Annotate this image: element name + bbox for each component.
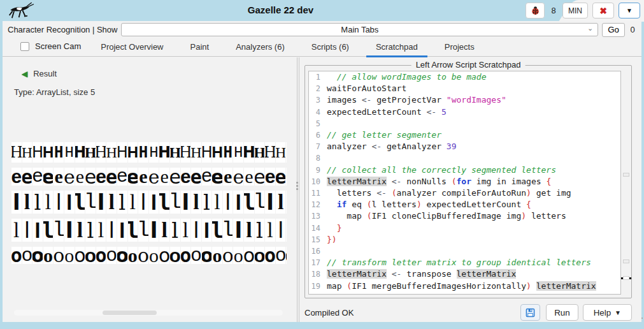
letter-image: H (64, 142, 75, 163)
save-button[interactable] (520, 304, 540, 321)
code-editor[interactable]: 1 // allow wordImages to be made2waitFor… (308, 71, 621, 295)
letter-image: o (43, 247, 54, 264)
line-number: 3 (309, 94, 324, 106)
letter-image: o (202, 247, 212, 264)
tab-scratchpad[interactable]: Scratchpad (362, 38, 431, 57)
letter-image: l (11, 219, 22, 242)
letter-image: o (32, 247, 43, 264)
letter-image: H (43, 142, 54, 163)
letter-image: H (191, 142, 201, 163)
letter-image: o (54, 247, 64, 264)
result-label: Result (33, 69, 57, 78)
main-split: ◀ Result Type: ArrayList, size 5 HHHHHHH… (3, 57, 641, 322)
run-button[interactable]: Run (546, 304, 578, 321)
minimize-button[interactable]: MIN (562, 3, 588, 18)
letter-image: H (75, 142, 85, 163)
chevron-down-icon: ⌄ (587, 24, 593, 33)
letter-image: H (159, 142, 169, 163)
letter-image: o (128, 247, 138, 264)
line-number: 1 (309, 71, 324, 83)
letter-image: e (233, 168, 243, 186)
letter-strip: llllllllllllllllllllllllllllll (11, 191, 287, 214)
close-button[interactable]: ✖ (592, 3, 614, 18)
letter-image: o (286, 247, 287, 264)
letter-image: l (11, 191, 22, 214)
letter-image: l (32, 191, 43, 214)
letter-image: l (191, 219, 201, 242)
line-number: 9 (309, 164, 324, 176)
letter-image: H (170, 142, 180, 163)
letter-image: H (265, 142, 275, 163)
letter-image: e (244, 168, 254, 186)
debug-bug-button[interactable] (526, 3, 545, 18)
ruler-marker[interactable] (623, 173, 629, 177)
letter-image: l (117, 219, 127, 242)
letter-image: e (181, 168, 191, 186)
letter-image: H (138, 142, 148, 163)
tab-projects[interactable]: Projects (431, 38, 488, 57)
line-number: 5 (309, 118, 324, 129)
go-button[interactable]: Go (602, 23, 625, 37)
horizontal-scrollbar[interactable] (14, 310, 283, 316)
ruler-marker[interactable] (623, 276, 629, 280)
tab-scripts[interactable]: Scripts (6) (298, 38, 362, 57)
letter-image: l (255, 191, 265, 214)
tab-analyzers[interactable]: Analyzers (6) (222, 38, 298, 57)
letter-image: l (212, 191, 222, 214)
letter-image: o (244, 247, 254, 264)
letter-image: H (106, 142, 117, 163)
line-number: 14 (309, 223, 324, 234)
toolbar: Character Recognition | Show Main Tabs ⌄… (3, 21, 641, 38)
letter-image: l (128, 191, 138, 214)
letter-image: l (181, 219, 191, 242)
letter-image: e (11, 168, 22, 186)
letter-image: l (244, 191, 254, 214)
letter-image: l (181, 191, 191, 214)
letter-image: l (43, 219, 54, 242)
screen-cam-label: Screen Cam (35, 41, 81, 51)
back-arrow-icon[interactable]: ◀ (22, 69, 27, 78)
help-button[interactable]: Help ▼ (583, 304, 632, 321)
letter-image: l (32, 219, 43, 242)
letter-image: H (202, 142, 212, 163)
letter-strip: ooooooooooooooooooooooooooo (11, 247, 287, 264)
combobox-value: Main Tabs (122, 25, 597, 34)
chevron-down-icon: ▼ (615, 309, 621, 316)
main-tabs-combobox[interactable]: Main Tabs ⌄ (121, 23, 598, 36)
statusbar: Compiled OK Run Help ▼ (304, 301, 632, 324)
ruler-marker[interactable] (623, 260, 629, 263)
letter-image: l (276, 219, 286, 242)
tab-paint[interactable]: Paint (177, 38, 223, 57)
letter-image: H (233, 142, 243, 163)
letter-image: e (32, 168, 43, 186)
letter-image: l (286, 219, 287, 242)
letter-image: l (202, 219, 212, 242)
letter-image: e (286, 168, 287, 186)
letter-image: e (54, 168, 64, 186)
letter-image: o (138, 247, 148, 264)
split-divider[interactable] (296, 57, 302, 322)
scratchpad-panel: Left Arrow Script Scratchpad 1 // allow … (302, 57, 641, 322)
letter-image: e (170, 168, 180, 186)
letter-image: H (181, 142, 191, 163)
line-number: 18 (309, 268, 324, 280)
letter-image: l (255, 219, 265, 242)
letter-image: l (149, 191, 159, 214)
show-label: Character Recognition | Show (8, 25, 117, 34)
resize-grip[interactable] (640, 311, 644, 319)
letter-image: e (191, 168, 201, 186)
letter-image: l (64, 219, 75, 242)
letter-image: l (54, 219, 64, 242)
scrollbar-thumb[interactable] (103, 311, 156, 315)
letter-image: l (202, 191, 212, 214)
letter-image: l (43, 191, 54, 214)
tab-project-overview[interactable]: Project Overview (87, 38, 176, 57)
divider-grip-icon[interactable] (296, 182, 298, 190)
letter-image: l (159, 219, 169, 242)
window-menu-button[interactable]: ▼ (619, 3, 640, 18)
letter-image: H (128, 142, 138, 163)
screen-cam-checkbox[interactable] (20, 42, 29, 51)
screen-cam-toggle[interactable]: Screen Cam (9, 38, 87, 51)
letter-image: o (212, 247, 222, 264)
letter-strip: eeeeeeeeeeeeeeeeeeeeeeeeeeee (11, 168, 287, 186)
